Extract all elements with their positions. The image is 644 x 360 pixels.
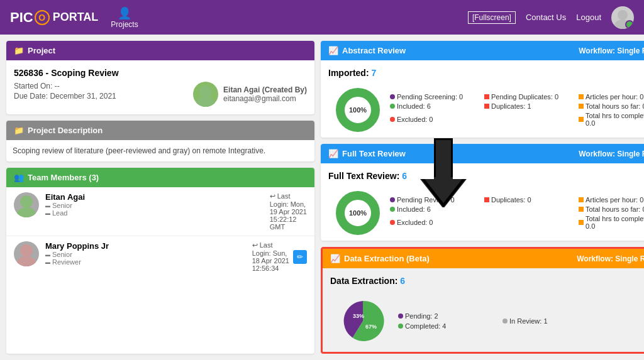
- right-column: 📈 Abstract Review Workflow: Single Revie…: [321, 41, 644, 354]
- pending-screening-stat: Pending Screening: 0: [390, 93, 472, 101]
- left-column: 📁 Project 526836 - Scoping Review Starte…: [6, 41, 314, 354]
- logo-pico: PIC: [10, 9, 33, 26]
- logout-link[interactable]: Logout: [576, 13, 601, 22]
- started-on-label: Started On:: [14, 82, 52, 90]
- svg-point-7: [17, 256, 36, 266]
- description-card: 📁 Project Description Scoping review of …: [6, 121, 314, 161]
- data-extraction-body: Data Extraction: 6 33% 67%: [323, 268, 644, 354]
- abstract-review-title: Abstract Review: [342, 46, 406, 55]
- member1-role1: Senior: [45, 202, 264, 209]
- fulltext-review-content: 100% Pending Review: 0 Duplicates: 0: [328, 186, 644, 240]
- data-extraction-header: 📈 Data Extraction (Beta) Workflow: Singl…: [323, 249, 644, 268]
- chart-icon-de: 📈: [330, 254, 340, 263]
- abstract-stats-row1: Pending Screening: 0 Pending Duplicates:…: [390, 93, 644, 101]
- de-stats-right: In Review: 1: [502, 317, 584, 325]
- member2-edit-button[interactable]: ✏: [293, 250, 307, 264]
- login-icon1: ↩: [270, 192, 275, 200]
- owner-avatar: [193, 82, 218, 107]
- ft-excluded-stat: Excluded: 0: [390, 215, 472, 230]
- team-member-1: Eitan Agai Senior Lead ↩ LastLogin: Mon,…: [6, 187, 314, 236]
- fulltext-review-title: Full Text Review: [342, 149, 406, 158]
- due-date-value: December 31, 2021: [50, 92, 116, 101]
- abstract-stats-row3: Excluded: 0 Total hrs to completion: 0.0: [390, 112, 644, 127]
- started-on: Started On: --: [14, 82, 116, 90]
- fulltext-donut: 100%: [336, 191, 380, 235]
- data-extraction-title: Data Extraction (Beta): [344, 254, 430, 263]
- pending-duplicates-stat: Pending Duplicates: 0: [484, 93, 566, 101]
- articles-square: [579, 94, 584, 99]
- user-avatar[interactable]: [611, 6, 634, 29]
- ft-duplicates-stat: Duplicates: 0: [484, 196, 566, 204]
- total-hrs-completion-stat: Total hrs to completion: 0.0: [579, 112, 644, 127]
- included-stat: Included: 6: [390, 102, 472, 110]
- fulltext-review-card: 📈 Full Text Review Workflow: Single Revi…: [321, 144, 644, 241]
- abstract-stats: Pending Screening: 0 Pending Duplicates:…: [390, 93, 644, 127]
- contact-link[interactable]: Contact Us: [526, 13, 566, 22]
- ft-included-dot: [390, 207, 395, 212]
- data-extraction-card: 📈 Data Extraction (Beta) Workflow: Singl…: [321, 247, 644, 354]
- ft-pending-dot: [390, 197, 395, 202]
- team-card-header: 👥 Team Members (3): [6, 168, 314, 187]
- header: PIC O PORTAL 👤 Projects [Fullscreen] Con…: [0, 0, 644, 35]
- description-card-header: 📁 Project Description: [6, 121, 314, 140]
- de-workflow-label: Workflow: Single Review: [577, 254, 644, 263]
- de-pie-chart: 33% 67%: [338, 296, 388, 346]
- logo-o-circle: O: [35, 10, 50, 25]
- abstract-review-body: Imported: 7 100%: [321, 60, 644, 138]
- ft-excluded-dot: [390, 220, 395, 225]
- login-icon2: ↩: [252, 241, 258, 249]
- member2-login-label: LastLogin: Sun,18 Apr 202112:56:34: [252, 241, 289, 272]
- svg-point-3: [196, 97, 215, 107]
- pending-dup-square: [484, 94, 489, 99]
- svg-text:100%: 100%: [349, 209, 367, 217]
- total-hrs-comp-square: [579, 117, 584, 122]
- description-text: Scoping review of literature (peer-revie…: [6, 140, 314, 161]
- fulltext-workflow-label: Workflow: Single Review: [579, 150, 644, 158]
- abstract-review-content: 100% Pending Screening: 0 Pending Duplic…: [328, 83, 644, 137]
- svg-point-5: [17, 207, 36, 217]
- project-owner: Eitan Agai (Created By) eitanagai@gmail.…: [193, 82, 307, 107]
- nav-projects[interactable]: 👤 Projects: [111, 6, 138, 29]
- svg-point-2: [199, 85, 212, 98]
- ft-pending-review-stat: Pending Review: 0: [390, 196, 472, 204]
- fulltext-stats: Pending Review: 0 Duplicates: 0 Articles…: [390, 196, 644, 230]
- de-in-review-stat: In Review: 1: [502, 317, 584, 325]
- started-on-value: --: [55, 82, 60, 90]
- team-card: 👥 Team Members (3) Eitan Agai Senior Lea…: [6, 168, 314, 354]
- fullscreen-button[interactable]: [Fullscreen]: [468, 11, 516, 24]
- included-dot: [390, 104, 395, 109]
- member2-login-row: ↩ LastLogin: Sun,18 Apr 202112:56:34 ✏: [252, 241, 307, 272]
- project-card-body: 526836 - Scoping Review Started On: -- D…: [6, 60, 314, 114]
- de-label: Data Extraction: 6: [330, 276, 644, 286]
- fulltext-stats-row3: Excluded: 0 Total hrs to completion: 0.0: [390, 215, 644, 230]
- excluded-dot: [390, 117, 395, 122]
- member1-login: ↩ LastLogin: Mon,19 Apr 202115:22:12GMT: [270, 192, 307, 231]
- owner-email: eitanagai@gmail.com: [223, 94, 307, 103]
- svg-text:67%: 67%: [365, 324, 377, 330]
- fulltext-review-header: 📈 Full Text Review Workflow: Single Revi…: [321, 144, 644, 163]
- team-icon: 👥: [14, 173, 24, 182]
- ft-comp-sq: [579, 220, 584, 225]
- de-pending-stat: Pending: 2: [398, 312, 480, 320]
- svg-text:100%: 100%: [349, 106, 367, 114]
- project-dates: Started On: -- Due Date: December 31, 20…: [14, 82, 116, 102]
- dup-square: [484, 104, 489, 109]
- abstract-stats-row2: Included: 6 Duplicates: 1 Total hours so…: [390, 102, 644, 110]
- member2-login: ↩ LastLogin: Sun,18 Apr 202112:56:34: [252, 241, 289, 272]
- abstract-review-header: 📈 Abstract Review Workflow: Single Revie…: [321, 41, 644, 60]
- ft-total-hours-stat: Total hours so far: 0.0: [579, 205, 644, 213]
- de-stats: Pending: 2 Completed: 4: [398, 312, 480, 330]
- ft-empty: [484, 205, 566, 213]
- due-date-label: Due Date:: [14, 92, 48, 101]
- member2-role2: Reviewer: [45, 258, 246, 266]
- abstract-workflow-label: Workflow: Single Review: [579, 46, 644, 55]
- ft-dup-square: [484, 197, 489, 202]
- pending-screening-dot: [390, 94, 395, 99]
- member2-info: Mary Poppins Jr Senior Reviewer: [45, 241, 246, 266]
- de-content: 33% 67% Pending: 2: [330, 291, 644, 351]
- logo-portal: PORTAL: [53, 11, 99, 24]
- nav-projects-label: Projects: [111, 20, 138, 29]
- member1-name: Eitan Agai: [45, 192, 264, 202]
- imported-label: Imported: 7: [328, 68, 644, 78]
- projects-icon: 👤: [118, 6, 131, 20]
